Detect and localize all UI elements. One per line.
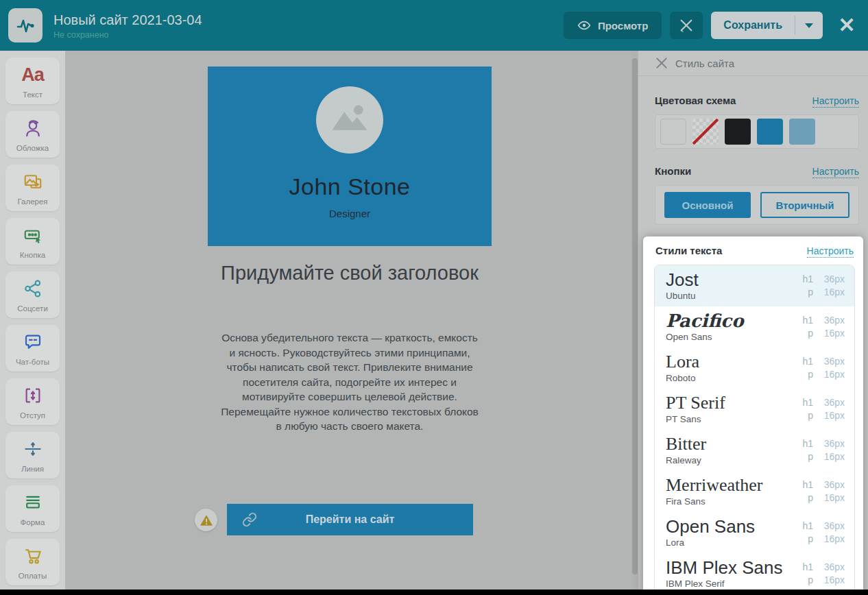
font-pair-bitter[interactable]: BitterRalewayh1 36pxp 16px xyxy=(655,430,854,471)
font-pair-names: MerriweatherFira Sans xyxy=(666,476,762,507)
h1-size-label: 36px xyxy=(816,273,845,286)
gallery-icon xyxy=(5,170,60,193)
form-icon xyxy=(5,491,60,514)
warning-badge[interactable] xyxy=(195,509,217,531)
cover-icon xyxy=(5,117,60,140)
font-pair-ibm-plex-sans[interactable]: IBM Plex SansIBM Plex Serifh1 36pxp 16px xyxy=(655,553,854,594)
heading-font-name: PT Serif xyxy=(666,394,725,412)
scrollbar-thumb[interactable] xyxy=(632,58,638,574)
bottom-edge-bar xyxy=(0,590,868,595)
site-style-button[interactable] xyxy=(670,12,703,39)
p-tag-label: p xyxy=(801,450,813,463)
body-font-name: Ubuntu xyxy=(666,291,699,301)
text-block[interactable]: Основа убедительного текста — краткость,… xyxy=(219,330,480,434)
preview-label: Просмотр xyxy=(598,20,648,32)
cover-block[interactable]: John Stone Designer xyxy=(208,66,492,246)
p-tag-label: p xyxy=(801,574,813,587)
font-size-labels: h1 36pxp 16px xyxy=(801,314,845,340)
sidebar-item-label: Обложка xyxy=(16,145,49,153)
font-pair-open-sans[interactable]: Open SansLorah1 36pxp 16px xyxy=(655,512,854,553)
sidebar-item-text[interactable]: AaТекст xyxy=(5,58,60,104)
h1-size-label: 36px xyxy=(816,314,845,327)
profile-name: John Stone xyxy=(208,173,492,200)
font-pair-names: PacificoOpen Sans xyxy=(666,312,743,342)
h1-tag-label: h1 xyxy=(801,478,813,491)
font-pair-names: BitterRaleway xyxy=(666,435,706,465)
sidebar-item-chatbot[interactable]: Чат-боты xyxy=(5,325,60,372)
swatch-light-blue[interactable] xyxy=(789,119,815,145)
h1-size-label: 36px xyxy=(816,396,845,409)
close-button[interactable]: ✕ xyxy=(835,14,858,37)
swatch-light-gray[interactable] xyxy=(660,119,686,145)
text-styles-configure-link[interactable]: Настроить xyxy=(807,245,854,258)
panel-header: Стиль сайта xyxy=(638,51,868,76)
buttons-title: Кнопки xyxy=(655,165,691,177)
color-scheme-configure-link[interactable]: Настроить xyxy=(812,95,859,108)
sidebar-item-cover[interactable]: Обложка xyxy=(5,111,60,158)
p-tag-label: p xyxy=(801,368,813,381)
pulse-icon xyxy=(14,14,36,36)
h1-tag-label: h1 xyxy=(801,437,813,450)
primary-button-style[interactable]: Основной xyxy=(664,192,751,218)
body-font-name: Lora xyxy=(666,537,755,548)
save-dropdown-button[interactable] xyxy=(795,12,823,39)
sidebar-item-label: Соцсети xyxy=(17,305,48,313)
site-title: Новый сайт 2021-03-04 xyxy=(53,12,564,28)
button-icon xyxy=(5,223,60,247)
sidebar-item-label: Кнопка xyxy=(20,252,45,260)
sidebar-item-button[interactable]: Кнопка xyxy=(5,218,60,265)
font-pair-jost[interactable]: JostUbuntuh1 36pxp 16px xyxy=(655,265,854,306)
sidebar-item-gallery[interactable]: Галерея xyxy=(5,165,60,211)
share-icon xyxy=(5,277,60,300)
sidebar-item-line[interactable]: Линия xyxy=(5,432,60,478)
font-pair-list: JostUbuntuh1 36pxp 16pxPacificoOpen Sans… xyxy=(654,265,855,594)
warning-triangle-icon xyxy=(200,514,213,526)
spacing-icon xyxy=(5,384,60,407)
heading-block[interactable]: Придумайте свой заголовок xyxy=(208,260,492,286)
swatch-black[interactable] xyxy=(725,119,751,145)
p-tag-label: p xyxy=(801,533,813,546)
sidebar-item-cart[interactable]: Оплаты xyxy=(5,539,60,585)
sidebar-item-spacing[interactable]: Отступ xyxy=(5,378,60,425)
body-font-name: IBM Plex Serif xyxy=(666,579,783,589)
p-size-label: 16px xyxy=(816,533,845,546)
h1-tag-label: h1 xyxy=(801,561,813,574)
preview-button[interactable]: Просмотр xyxy=(564,12,662,39)
font-pair-merriweather[interactable]: MerriweatherFira Sansh1 36pxp 16px xyxy=(655,471,854,512)
p-size-label: 16px xyxy=(816,574,845,587)
p-size-label: 16px xyxy=(816,450,845,463)
app-logo[interactable] xyxy=(8,8,43,42)
h1-size-label: 36px xyxy=(816,561,845,574)
h1-tag-label: h1 xyxy=(801,355,813,368)
font-size-labels: h1 36pxp 16px xyxy=(801,478,845,505)
secondary-button-style[interactable]: Вторичный xyxy=(760,192,849,218)
font-pair-names: IBM Plex SansIBM Plex Serif xyxy=(666,559,783,589)
swatch-blue[interactable] xyxy=(757,119,783,145)
body-font-name: PT Sans xyxy=(666,414,725,424)
sidebar-item-share[interactable]: Соцсети xyxy=(5,271,60,318)
font-pair-lora[interactable]: LoraRobotoh1 36pxp 16px xyxy=(655,348,854,389)
save-button[interactable]: Сохранить xyxy=(711,12,795,39)
h1-tag-label: h1 xyxy=(801,273,813,286)
heading-font-name: Pacifico xyxy=(666,312,743,330)
text-styles-title: Стили текста xyxy=(655,245,722,256)
body-font-name: Open Sans xyxy=(666,332,743,342)
eye-icon xyxy=(577,19,591,32)
avatar xyxy=(316,86,383,154)
vertical-scrollbar xyxy=(631,51,638,590)
buttons-configure-link[interactable]: Настроить xyxy=(812,166,859,178)
font-size-labels: h1 36pxp 16px xyxy=(801,396,845,422)
p-tag-label: p xyxy=(801,327,813,340)
save-split-button: Сохранить xyxy=(711,12,823,39)
sidebar-item-form[interactable]: Форма xyxy=(5,485,60,532)
save-status: Не сохранено xyxy=(53,30,564,40)
swatch-transparent-none[interactable] xyxy=(692,119,719,145)
cart-icon xyxy=(5,544,60,568)
font-pair-names: LoraRoboto xyxy=(666,353,699,383)
font-size-labels: h1 36pxp 16px xyxy=(801,355,845,381)
sidebar-item-label: Форма xyxy=(21,519,45,527)
go-to-site-button[interactable]: Перейти на сайт xyxy=(227,504,473,535)
h1-size-label: 36px xyxy=(816,437,845,450)
font-pair-pacifico[interactable]: PacificoOpen Sansh1 36pxp 16px xyxy=(655,306,854,348)
font-pair-pt-serif[interactable]: PT SerifPT Sansh1 36pxp 16px xyxy=(655,389,854,430)
